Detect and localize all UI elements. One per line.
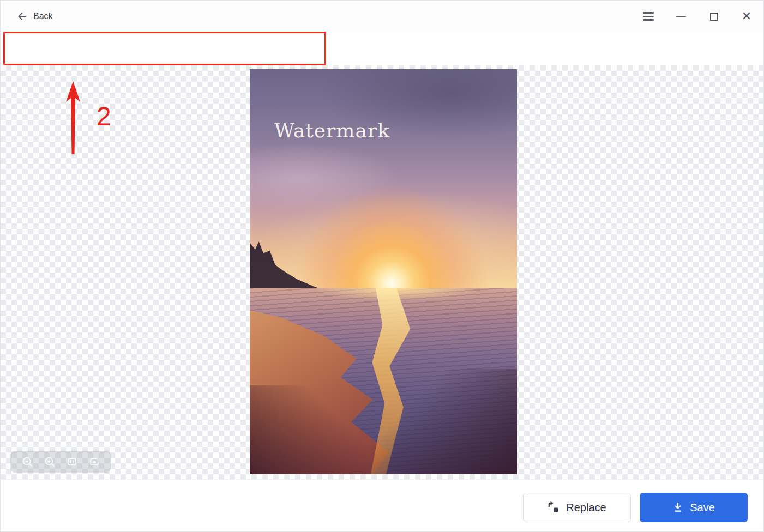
zoom-out-button[interactable] [21,455,34,468]
zoom-out-icon [21,456,33,468]
replace-button[interactable]: Replace [523,493,631,522]
close-icon: ✕ [742,10,751,22]
preview-image[interactable]: Watermark [250,69,517,474]
minimize-button[interactable] [674,9,688,23]
save-button[interactable]: Save [640,493,748,522]
menu-icon [643,12,654,21]
toolbar: Select Brush Brush size 40 Undo [1,32,763,65]
actual-size-button[interactable] [65,455,79,468]
close-button[interactable]: ✕ [739,9,754,23]
zoom-in-icon [44,456,56,468]
zoom-toolbar [10,451,111,473]
minimize-icon [676,16,686,17]
annotation-arrow-up-icon [62,80,84,156]
back-arrow-icon [17,11,28,22]
actual-size-icon [67,456,77,467]
app-window: Back ✕ Select [0,0,764,532]
replace-icon [548,501,560,513]
back-label: Back [33,11,53,21]
menu-button[interactable] [641,9,655,23]
footer-bar: Replace Save [1,479,763,532]
zoom-in-button[interactable] [43,455,56,468]
replace-label: Replace [566,501,606,514]
titlebar: Back ✕ [1,1,763,32]
fit-screen-button[interactable] [88,455,101,468]
photo-dark-corner-left [250,385,370,474]
back-button[interactable]: Back [17,8,53,25]
annotation-step-number: 2 [97,101,111,131]
maximize-icon [710,13,718,21]
photo-dark-corner-right [370,369,518,474]
maximize-button[interactable] [707,9,721,23]
fit-screen-icon [89,456,100,467]
editor-canvas[interactable]: 2 Watermark [1,65,764,479]
window-controls: ✕ [641,8,754,25]
watermark-text: Watermark [274,119,390,142]
download-icon [672,502,683,513]
save-label: Save [690,501,715,514]
